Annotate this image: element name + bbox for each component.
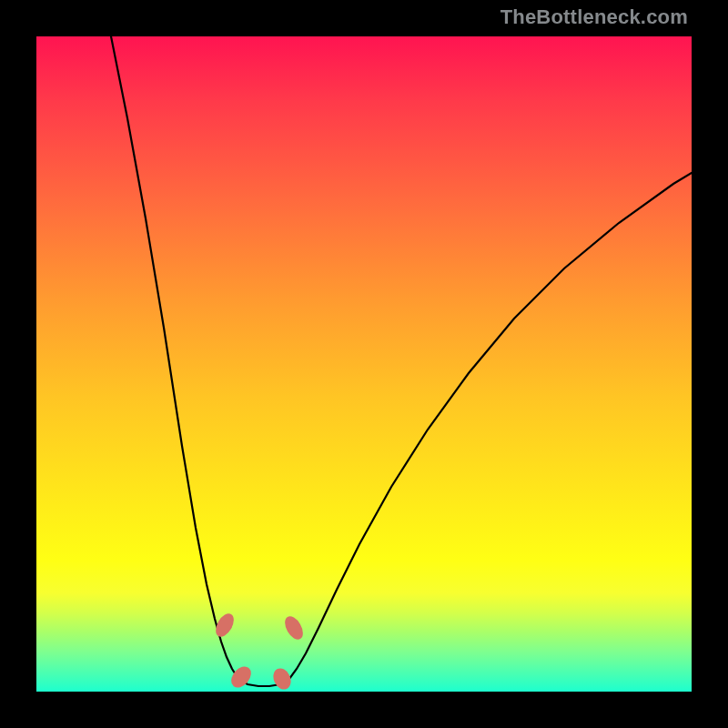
watermark-text: TheBottleneck.com (500, 5, 688, 29)
bottleneck-curve (111, 36, 692, 686)
chart-svg (36, 36, 692, 692)
marker-right-upper (281, 613, 307, 642)
chart-plot-area (36, 36, 692, 692)
marker-right-lower (270, 665, 294, 692)
markers-group (212, 611, 307, 692)
